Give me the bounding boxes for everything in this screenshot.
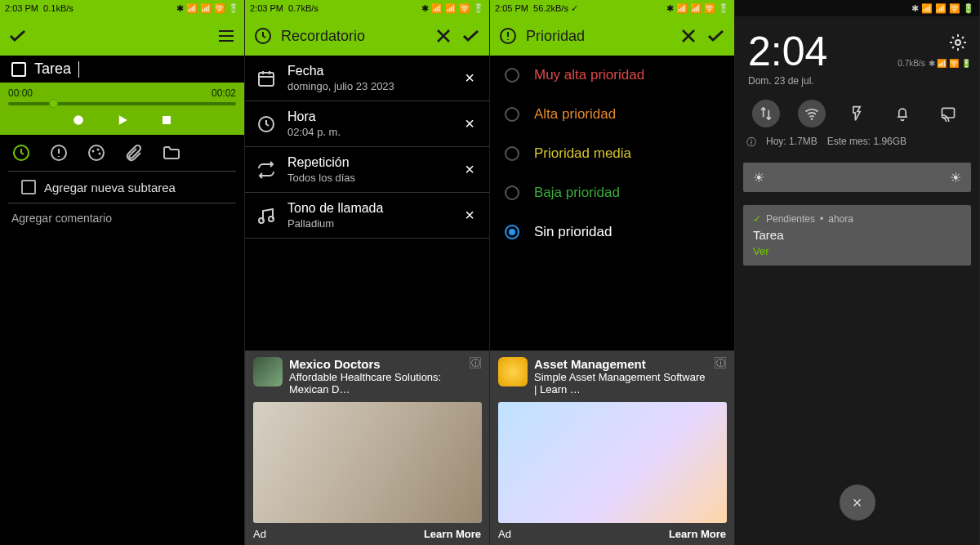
notif-time: ahora bbox=[828, 213, 853, 225]
status-net: 56.2kB/s bbox=[533, 3, 568, 13]
status-net: 0.7kB/s bbox=[288, 3, 318, 13]
brightness-low-icon: ☀ bbox=[753, 170, 764, 185]
priority-option[interactable]: Muy alta prioridad bbox=[490, 56, 734, 95]
screen-reminder: 2:03 PM 0.7kB/s ✱ 📶 📶 🛜 🔋 Recordatorio F… bbox=[245, 0, 490, 545]
status-bar: ✱ 📶 📶 🛜 🔋 bbox=[735, 0, 979, 16]
screen-title: Prioridad bbox=[526, 28, 585, 45]
radio-button[interactable] bbox=[505, 185, 519, 200]
task-title: Tarea bbox=[34, 60, 71, 78]
status-bar: 2:03 PM 0.1kB/s ✱ 📶 📶 🛜 🔋 bbox=[0, 0, 244, 16]
ad-cta[interactable]: Learn More bbox=[669, 528, 726, 540]
notif-appname: Pendientes bbox=[766, 213, 815, 225]
clear-icon[interactable]: × bbox=[461, 206, 478, 225]
notif-title: Tarea bbox=[753, 228, 961, 242]
cursor-caret bbox=[78, 61, 79, 78]
clear-icon[interactable]: × bbox=[461, 160, 478, 179]
status-icons: ✱ 📶 📶 🛜 🔋 bbox=[176, 3, 239, 14]
comment-input[interactable]: Agregar comentario bbox=[0, 203, 244, 233]
screen-title: Recordatorio bbox=[281, 28, 365, 45]
menu-icon[interactable] bbox=[216, 26, 236, 46]
row-ringtone[interactable]: Tono de llamadaPalladium × bbox=[245, 193, 489, 239]
close-icon[interactable] bbox=[434, 26, 453, 46]
confirm-icon[interactable] bbox=[8, 26, 28, 46]
toolbar bbox=[0, 16, 244, 56]
data-usage[interactable]: ⓘ Hoy: 1.7MB Este mes: 1.96GB bbox=[735, 134, 979, 156]
brightness-high-icon: ☀ bbox=[950, 170, 961, 185]
confirm-icon[interactable] bbox=[461, 26, 481, 46]
ad-info-icon[interactable]: ⓘ bbox=[470, 357, 481, 369]
qs-dnd-icon[interactable] bbox=[889, 100, 916, 127]
screen-priority: 2:05 PM 56.2kB/s ✓ ✱ 📶 📶 🛜 🔋 Prioridad M… bbox=[490, 0, 735, 545]
ad-subtitle: Affordable Healthcare Solutions: Mexican… bbox=[289, 371, 463, 395]
stop-button[interactable] bbox=[157, 110, 176, 130]
row-time[interactable]: Hora02:04 p. m. × bbox=[245, 101, 489, 147]
task-checkbox[interactable] bbox=[11, 62, 26, 77]
confirm-icon[interactable] bbox=[706, 26, 726, 46]
priority-label: Muy alta prioridad bbox=[534, 67, 644, 83]
qs-flashlight-icon[interactable] bbox=[843, 100, 871, 127]
audio-seekbar[interactable] bbox=[8, 102, 236, 105]
add-subtask-row[interactable]: Agregar nueva subtarea bbox=[0, 172, 244, 203]
qs-cast-icon[interactable] bbox=[934, 100, 962, 127]
qs-data-icon[interactable] bbox=[752, 100, 780, 127]
ad-cta[interactable]: Learn More bbox=[424, 528, 481, 540]
row-date[interactable]: Fechadomingo, julio 23 2023 × bbox=[245, 56, 489, 101]
clock-icon bbox=[253, 26, 273, 46]
audio-time-end: 00:02 bbox=[212, 87, 236, 99]
svg-point-18 bbox=[881, 285, 955, 351]
record-button[interactable] bbox=[69, 110, 88, 130]
svg-point-21 bbox=[791, 352, 801, 362]
radio-button[interactable] bbox=[505, 146, 519, 161]
dismiss-all-button[interactable]: × bbox=[840, 485, 875, 520]
priority-icon[interactable] bbox=[49, 143, 69, 163]
task-title-row[interactable]: Tarea bbox=[0, 56, 244, 83]
reminder-icon[interactable] bbox=[11, 143, 31, 163]
priority-label: Prioridad media bbox=[534, 145, 631, 162]
sync-check-icon: ✓ bbox=[571, 3, 578, 13]
ad-image bbox=[498, 402, 727, 523]
radio-button[interactable] bbox=[505, 107, 519, 122]
quick-settings bbox=[735, 88, 979, 134]
attachment-icon[interactable] bbox=[124, 143, 144, 163]
music-icon bbox=[256, 206, 276, 226]
subtask-checkbox[interactable] bbox=[21, 180, 36, 194]
ad-info-icon[interactable]: ⓘ bbox=[715, 357, 726, 369]
folder-icon[interactable] bbox=[162, 143, 181, 163]
qs-wifi-icon[interactable] bbox=[798, 100, 826, 127]
priority-option[interactable]: Sin prioridad bbox=[490, 212, 734, 252]
notification-card[interactable]: ✓ Pendientes • ahora Tarea Ver bbox=[743, 205, 971, 266]
priority-icon bbox=[498, 26, 518, 46]
audio-time-start: 00:00 bbox=[8, 87, 33, 99]
usage-today: Hoy: 1.7MB bbox=[766, 136, 817, 150]
status-time: 2:03 PM bbox=[5, 3, 38, 13]
brightness-slider[interactable]: ☀ ☀ bbox=[743, 163, 971, 192]
radio-button[interactable] bbox=[505, 225, 519, 239]
status-icons: ✱ 📶 📶 🛜 🔋 bbox=[421, 3, 484, 14]
ad-label: Ad bbox=[498, 528, 511, 540]
ad-title: Asset Management bbox=[534, 357, 708, 371]
status-time: 2:03 PM bbox=[250, 3, 283, 13]
priority-list: Muy alta prioridadAlta prioridadPriorida… bbox=[490, 56, 734, 252]
priority-option[interactable]: Prioridad media bbox=[490, 134, 734, 173]
ad-block[interactable]: Mexico Doctors Affordable Healthcare Sol… bbox=[245, 351, 489, 545]
row-repeat[interactable]: RepeticiónTodos los días × bbox=[245, 147, 489, 193]
status-bar: 2:05 PM 56.2kB/s ✓ ✱ 📶 📶 🛜 🔋 bbox=[490, 0, 734, 16]
priority-option[interactable]: Alta prioridad bbox=[490, 95, 734, 134]
ad-block[interactable]: Asset Management Simple Asset Management… bbox=[490, 351, 734, 545]
ad-label: Ad bbox=[253, 528, 266, 540]
usage-month: Este mes: 1.96GB bbox=[827, 136, 906, 150]
clear-icon[interactable]: × bbox=[461, 114, 478, 133]
option-icon-row bbox=[0, 135, 244, 171]
settings-icon[interactable] bbox=[948, 33, 968, 52]
notif-action[interactable]: Ver bbox=[753, 245, 961, 257]
close-icon[interactable] bbox=[679, 26, 698, 46]
priority-option[interactable]: Baja prioridad bbox=[490, 173, 734, 212]
app-icon: ✓ bbox=[753, 213, 761, 225]
priority-label: Baja prioridad bbox=[534, 185, 620, 201]
repeat-icon bbox=[256, 160, 276, 180]
clear-icon[interactable]: × bbox=[461, 69, 478, 87]
play-button[interactable] bbox=[113, 110, 132, 130]
palette-icon[interactable] bbox=[87, 143, 106, 163]
svg-point-20 bbox=[779, 346, 789, 355]
radio-button[interactable] bbox=[505, 68, 519, 83]
